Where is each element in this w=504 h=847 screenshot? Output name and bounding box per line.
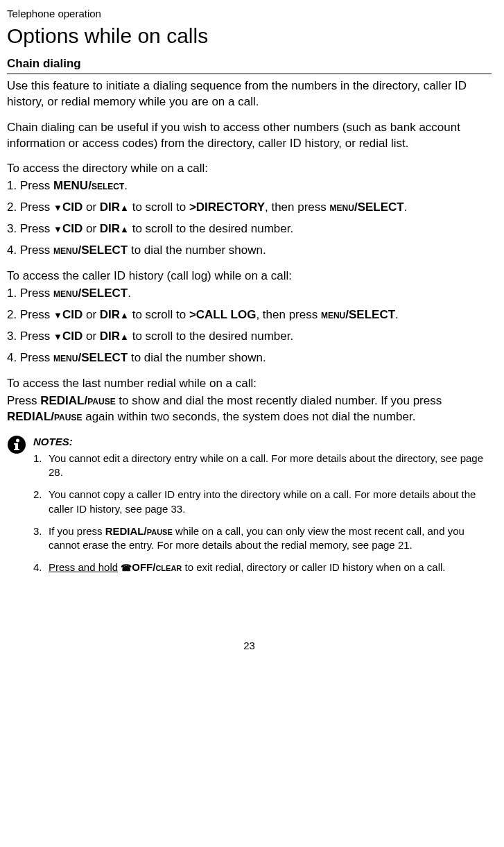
redial-heading: To access the last number redial while o…: [7, 376, 492, 392]
text: REDIAL/: [40, 394, 87, 407]
redial-paragraph: Press REDIAL/PAUSE to show and dial the …: [7, 393, 492, 425]
text: to show and dial the most recently diale…: [116, 394, 442, 407]
text: PAUSE: [54, 410, 82, 423]
call-log-steps: 1. Press MENU/SELECT. 2. Press CID or DI…: [7, 286, 492, 366]
page-title: Options while on calls: [7, 22, 492, 51]
phone-off-icon: [121, 561, 132, 573]
text: CID: [62, 308, 82, 321]
text: >CALL LOG: [189, 308, 257, 321]
notes-label: NOTES:: [33, 435, 492, 449]
down-triangle-icon: [53, 200, 62, 214]
text: , then press: [265, 200, 330, 214]
text: CID: [62, 200, 82, 214]
step: 2. Press CID or DIR to scroll to >DIRECT…: [7, 200, 492, 216]
text: /SELECT: [78, 351, 128, 364]
text: or: [82, 222, 100, 235]
text: CID: [62, 222, 82, 235]
intro-paragraph-1: Use this feature to initiate a dialing s…: [7, 78, 492, 110]
down-triangle-icon: [53, 308, 62, 321]
down-triangle-icon: [53, 330, 62, 343]
text: to exit redial, directory or caller ID h…: [182, 561, 445, 573]
text: 2. Press: [7, 200, 53, 214]
down-triangle-icon: [53, 222, 62, 235]
text: REDIAL/: [105, 525, 147, 537]
text: .: [128, 286, 131, 300]
svg-point-1: [16, 438, 19, 442]
text: MENU/: [53, 179, 92, 192]
breadcrumb: Telephone operation: [7, 7, 492, 21]
text: MENU: [53, 243, 78, 257]
text: CLEAR: [155, 561, 182, 573]
step: 3. Press CID or DIR to scroll to the des…: [7, 329, 492, 345]
text: /SELECT: [78, 243, 128, 257]
text: or: [82, 330, 100, 343]
text: to scroll to: [129, 200, 189, 214]
step: 4. Press MENU/SELECT to dial the number …: [7, 243, 492, 259]
notes-list: 1.You cannot edit a directory entry whil…: [33, 452, 492, 575]
text: MENU: [53, 351, 78, 364]
intro-paragraph-2: Chain dialing can be useful if you wish …: [7, 120, 492, 152]
text: You cannot copy a caller ID entry into t…: [49, 488, 476, 514]
text: 2. Press: [7, 308, 53, 321]
notes-block: NOTES: 1.You cannot edit a directory ent…: [7, 435, 492, 583]
text: PAUSE: [147, 525, 173, 537]
text: 3. Press: [7, 330, 53, 343]
text: to scroll to the desired number.: [129, 222, 293, 235]
text: 4. Press: [7, 243, 53, 257]
text: .: [124, 179, 128, 192]
note-item: 4.Press and hold OFF/CLEAR to exit redia…: [33, 561, 492, 574]
text: >DIRECTORY: [189, 200, 265, 214]
text: MENU: [330, 200, 354, 214]
text: , then press: [256, 308, 321, 321]
text: to scroll to the desired number.: [129, 330, 293, 343]
page-number: 23: [7, 639, 492, 653]
text: to dial the number shown.: [128, 243, 266, 257]
notes-body: NOTES: 1.You cannot edit a directory ent…: [33, 435, 492, 583]
note-item: 1.You cannot edit a directory entry whil…: [33, 452, 492, 480]
text: You cannot edit a directory entry while …: [49, 452, 483, 478]
note-item: 2.You cannot copy a caller ID entry into…: [33, 488, 492, 516]
text: OFF/: [132, 561, 155, 573]
text: 1. Press: [7, 179, 53, 192]
text: /SELECT: [78, 286, 128, 300]
text: REDIAL/: [7, 410, 54, 423]
text: or: [82, 308, 100, 321]
text: Press: [7, 394, 40, 407]
text: DIR: [100, 308, 129, 321]
text: /SELECT: [345, 308, 395, 321]
text: .: [404, 200, 408, 214]
step: 3. Press CID or DIR to scroll to the des…: [7, 221, 492, 237]
text: /SELECT: [354, 200, 404, 214]
text: .: [395, 308, 399, 321]
text: MENU: [321, 308, 345, 321]
step: 4. Press MENU/SELECT to dial the number …: [7, 350, 492, 366]
text: again within two seconds, the system doe…: [82, 410, 415, 423]
text: PAUSE: [87, 394, 115, 407]
note-item: 3.If you press REDIAL/PAUSE while on a c…: [33, 524, 492, 553]
text: 3. Press: [7, 222, 53, 235]
directory-steps: 1. Press MENU/SELECT. 2. Press CID or DI…: [7, 178, 492, 259]
text: DIR: [100, 330, 129, 343]
text: or: [82, 200, 100, 214]
step: 1. Press MENU/SELECT.: [7, 178, 492, 194]
section-heading: Chain dialing: [7, 56, 492, 74]
step: 1. Press MENU/SELECT.: [7, 286, 492, 302]
call-log-heading: To access the caller ID history (call lo…: [7, 268, 492, 284]
text: SELECT: [92, 179, 124, 192]
text: 1. Press: [7, 286, 53, 300]
text: If you press: [49, 525, 105, 537]
text: MENU: [53, 286, 78, 300]
directory-heading: To access the directory while on a call:: [7, 161, 492, 177]
text: DIR: [100, 222, 129, 235]
text: DIR: [100, 200, 129, 214]
text: Press and hold: [49, 561, 118, 573]
text: CID: [62, 330, 82, 343]
text: to scroll to: [129, 308, 189, 321]
text: to dial the number shown.: [128, 351, 266, 364]
text: 4. Press: [7, 351, 53, 364]
info-icon: [7, 435, 26, 454]
step: 2. Press CID or DIR to scroll to >CALL L…: [7, 307, 492, 323]
